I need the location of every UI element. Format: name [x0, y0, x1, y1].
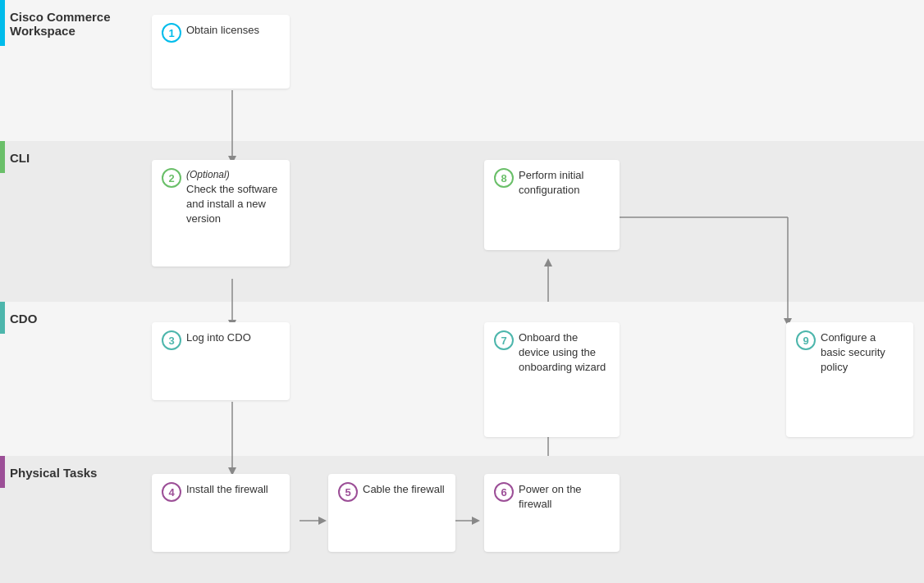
step-4: 4 Install the firewall: [152, 474, 290, 552]
step-5-text: Cable the firewall: [363, 482, 446, 497]
label-cisco: Cisco Commerce Workspace: [0, 0, 144, 46]
step-5-number: 5: [338, 482, 358, 502]
band-physical: Physical Tasks: [0, 456, 924, 583]
step-3-number: 3: [162, 330, 181, 350]
step-2: 2 (Optional) Check the software and inst…: [152, 160, 290, 266]
step-3: 3 Log into CDO: [152, 322, 290, 400]
step-1-number: 1: [162, 23, 181, 43]
label-cdo: CDO: [0, 302, 144, 334]
step-5: 5 Cable the firewall: [328, 474, 455, 552]
step-1-text: Obtain licenses: [186, 23, 280, 38]
diagram-container: Cisco Commerce Workspace CLI CDO Physica…: [0, 0, 924, 583]
step-2-text: (Optional) Check the software and instal…: [186, 168, 280, 226]
step-2-optional: (Optional): [186, 168, 280, 182]
step-3-text: Log into CDO: [186, 330, 280, 345]
band-cli: CLI: [0, 141, 924, 302]
label-cli: CLI: [0, 141, 144, 173]
step-2-main-text: Check the software and install a new ver…: [186, 183, 277, 225]
step-4-text: Install the firewall: [186, 482, 280, 497]
step-6: 6 Power on the firewall: [484, 474, 620, 552]
step-1: 1 Obtain licenses: [152, 15, 290, 89]
step-7: 7 Onboard the device using the onboardin…: [484, 322, 620, 437]
step-9-text: Configure a basic security policy: [821, 330, 903, 376]
step-6-number: 6: [494, 482, 514, 502]
step-4-number: 4: [162, 482, 181, 502]
step-7-number: 7: [494, 330, 514, 350]
band-cisco: Cisco Commerce Workspace: [0, 0, 924, 141]
step-8-number: 8: [494, 168, 514, 188]
step-9: 9 Configure a basic security policy: [786, 322, 913, 437]
step-8: 8 Perform initial configuration: [484, 160, 620, 250]
step-6-text: Power on the firewall: [519, 482, 610, 512]
step-8-text: Perform initial configuration: [519, 168, 610, 198]
step-2-number: 2: [162, 168, 181, 188]
step-7-text: Onboard the device using the onboarding …: [519, 330, 610, 376]
label-physical: Physical Tasks: [0, 456, 144, 488]
step-9-number: 9: [796, 330, 816, 350]
